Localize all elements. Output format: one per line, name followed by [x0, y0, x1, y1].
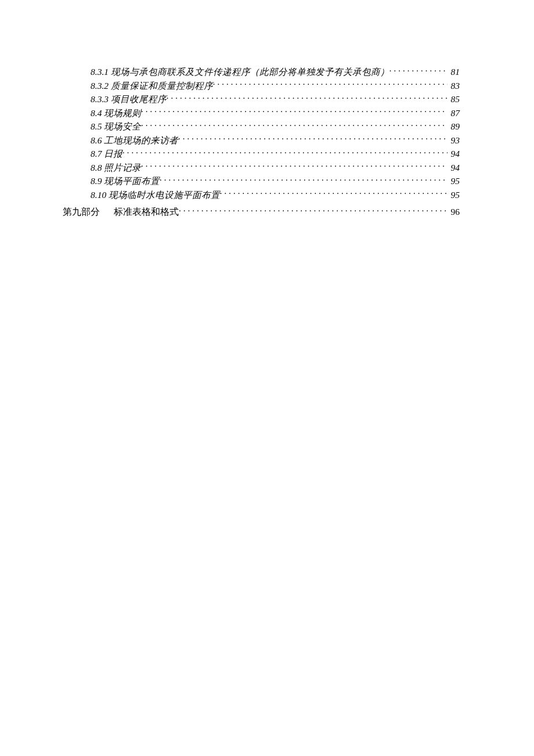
toc-entry-page: 89	[448, 120, 460, 134]
toc-entry-label: 8.3.2 质量保证和质量控制程序	[91, 79, 213, 93]
toc-sub-entry: 8.9 现场平面布置 95	[0, 174, 534, 188]
toc-sub-entry: 8.3.1 现场与承包商联系及文件传递程序（此部分将单独发予有关承包商） 81	[0, 65, 534, 79]
toc-leader	[141, 107, 447, 116]
toc-leader	[220, 189, 448, 198]
toc-section-part: 第九部分	[63, 207, 100, 217]
toc-sub-entry: 8.4 现场规则 87	[0, 106, 534, 120]
toc-section-label: 第九部分标准表格和格式	[63, 205, 179, 219]
toc-entry-label: 8.10 现场临时水电设施平面布置	[91, 188, 220, 202]
toc-leader	[141, 161, 447, 171]
toc-entry-page: 87	[448, 106, 460, 120]
toc-leader	[160, 175, 447, 185]
toc-entry-label: 8.5 现场安全	[91, 120, 141, 134]
toc-leader	[213, 80, 448, 89]
toc-entry-page: 93	[448, 134, 460, 147]
toc-section-title: 标准表格和格式	[114, 207, 179, 217]
toc-entry-label: 8.6 工地现场的来访者	[91, 134, 178, 147]
toc-sub-entry: 8.3.3 项目收尾程序 85	[0, 92, 534, 106]
toc-sub-entry: 8.8 照片记录 94	[0, 161, 534, 175]
toc-leader	[389, 66, 448, 75]
toc-sub-entry: 8.10 现场临时水电设施平面布置 95	[0, 188, 534, 202]
toc-entry-page: 85	[448, 92, 460, 106]
toc-leader	[141, 121, 447, 130]
toc-entry-page: 95	[448, 174, 460, 188]
toc-entry-page: 81	[448, 65, 460, 79]
toc-sub-entry: 8.3.2 质量保证和质量控制程序 83	[0, 79, 534, 93]
toc-entry-label: 8.4 现场规则	[91, 106, 141, 120]
toc-leader	[167, 93, 448, 103]
toc-leader	[122, 148, 447, 157]
toc-entry-page: 95	[448, 188, 460, 202]
toc-sub-entry: 8.7 日报 94	[0, 147, 534, 161]
toc-entry-label: 8.7 日报	[91, 147, 122, 161]
toc-leader	[178, 134, 447, 143]
toc-entry-label: 8.8 照片记录	[91, 161, 141, 175]
toc-section-entry: 第九部分标准表格和格式 96	[0, 205, 534, 219]
toc-sub-entry: 8.6 工地现场的来访者 93	[0, 134, 534, 147]
toc-entry-page: 83	[448, 79, 460, 93]
toc-entry-label: 8.3.1 现场与承包商联系及文件传递程序（此部分将单独发予有关承包商）	[91, 65, 389, 79]
toc-container: 8.3.1 现场与承包商联系及文件传递程序（此部分将单独发予有关承包商） 81 …	[0, 65, 534, 219]
toc-entry-page: 94	[448, 161, 460, 175]
toc-entry-label: 8.9 现场平面布置	[91, 174, 160, 188]
toc-entry-label: 8.3.3 项目收尾程序	[91, 92, 167, 106]
toc-sub-entry: 8.5 现场安全 89	[0, 120, 534, 134]
toc-entry-page: 96	[448, 205, 460, 219]
toc-leader	[179, 206, 448, 215]
toc-entry-page: 94	[448, 147, 460, 161]
